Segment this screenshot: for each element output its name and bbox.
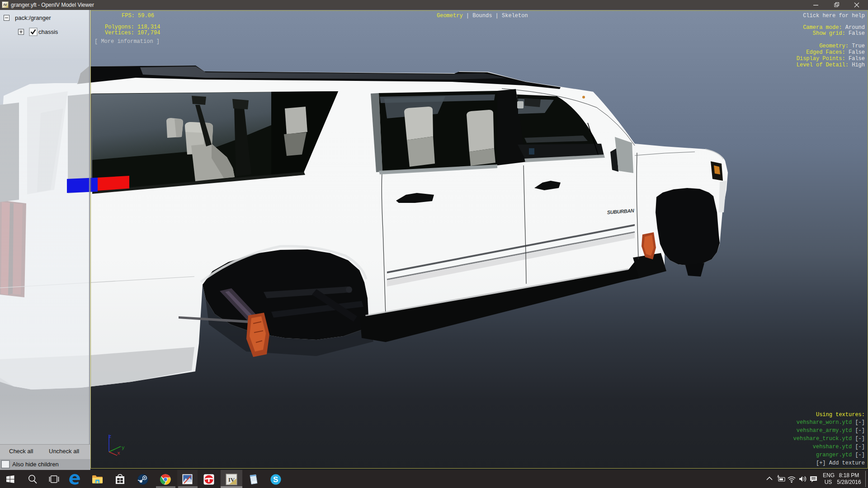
svg-text:z: z — [108, 434, 112, 439]
svg-text:x: x — [117, 450, 120, 456]
svg-text:S: S — [273, 475, 278, 484]
svg-text:IV: IV — [228, 477, 235, 483]
svg-text:y: y — [122, 445, 125, 450]
